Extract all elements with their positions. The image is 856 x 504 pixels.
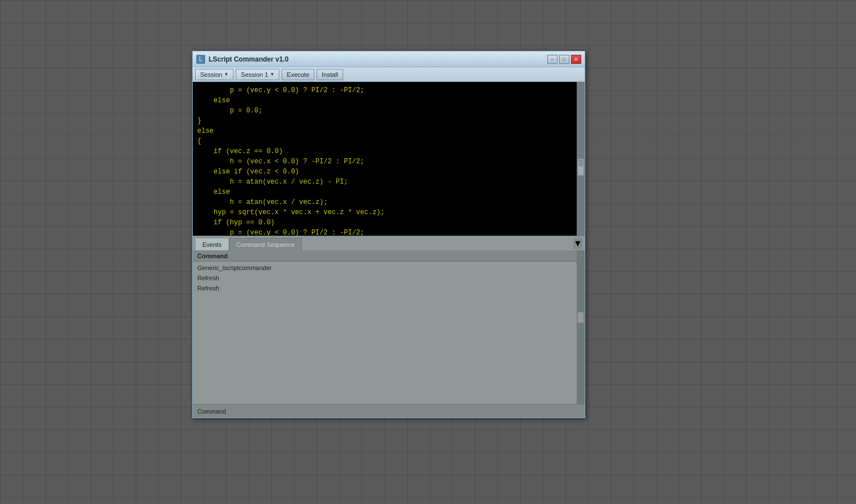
command-bar: Command — [193, 404, 585, 418]
execute-button[interactable]: Execute — [282, 69, 314, 80]
tab-dropdown-button[interactable]: ▼ — [573, 238, 582, 249]
events-scrollbar[interactable] — [577, 250, 585, 404]
window-title: LScript Commander v1.0 — [209, 55, 547, 63]
command-label: Command — [197, 408, 226, 415]
minimize-button[interactable]: − — [547, 55, 557, 64]
list-item[interactable]: Refresh — [193, 273, 585, 283]
install-button[interactable]: Install — [317, 69, 343, 80]
session1-dropdown-button[interactable]: Session 1 ▼ — [236, 69, 279, 80]
events-list: Generic_lscriptcommander Refresh Refresh — [193, 262, 585, 404]
code-editor[interactable]: p = (vec.y < 0.0) ? PI/2 : -PI/2; else p… — [193, 82, 585, 236]
app-icon: L — [196, 55, 205, 64]
code-scrollbar[interactable] — [577, 82, 585, 236]
scroll-thumb[interactable] — [577, 159, 584, 176]
code-content: p = (vec.y < 0.0) ? PI/2 : -PI/2; else p… — [193, 82, 585, 236]
dropdown-arrow-icon: ▼ — [573, 238, 582, 249]
events-panel: Command Generic_lscriptcommander Refresh… — [193, 250, 585, 404]
main-window: L LScript Commander v1.0 − □ ✕ Session ▼… — [192, 51, 585, 418]
command-sequence-tab[interactable]: Command Sequence — [229, 238, 302, 250]
session-arrow-icon: ▼ — [224, 72, 228, 77]
maximize-button[interactable]: □ — [559, 55, 569, 64]
events-header: Command — [193, 250, 585, 262]
list-item[interactable]: Generic_lscriptcommander — [193, 263, 585, 273]
list-item[interactable]: Refresh — [193, 283, 585, 293]
panel-scroll-thumb[interactable] — [577, 312, 584, 323]
session1-arrow-icon: ▼ — [270, 72, 274, 77]
tabs-area: Events Command Sequence ▼ — [193, 236, 585, 250]
title-bar: L LScript Commander v1.0 − □ ✕ — [193, 51, 585, 67]
window-controls: − □ ✕ — [547, 55, 581, 64]
events-tab[interactable]: Events — [195, 238, 229, 250]
close-button[interactable]: ✕ — [571, 55, 581, 64]
session-menu-button[interactable]: Session ▼ — [195, 69, 234, 80]
menu-bar: Session ▼ Session 1 ▼ Execute Install — [193, 67, 585, 82]
